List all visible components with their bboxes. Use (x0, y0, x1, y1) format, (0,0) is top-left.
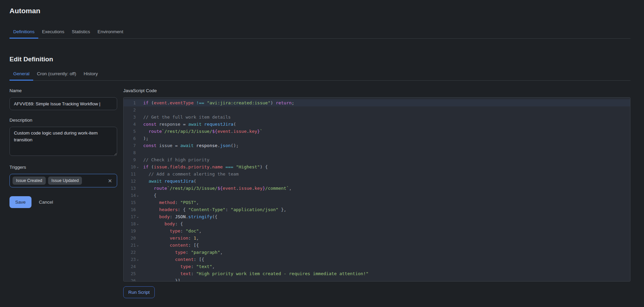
code-text: version: 1, (141, 234, 199, 242)
code-line[interactable]: 11 // Add a comment alerting the team (124, 170, 630, 178)
code-line[interactable]: 5 route`/rest/api/3/issue/${event.issue.… (124, 128, 630, 135)
clear-triggers-icon[interactable]: ✕ (107, 178, 113, 184)
fold-gutter (136, 156, 141, 163)
code-line[interactable]: 16 headers: { "Content-Type": "applicati… (124, 206, 630, 213)
line-number: 23 (124, 256, 136, 263)
code-line[interactable]: 9// Check if high priority (124, 156, 630, 163)
fold-chevron-icon[interactable]: ⌄ (136, 213, 141, 220)
code-text (141, 106, 143, 114)
fold-gutter (136, 234, 141, 242)
code-text: if (event.eventType !== "avi:jira:create… (141, 99, 294, 106)
fold-gutter (136, 149, 141, 156)
code-text: { (141, 192, 156, 199)
trigger-chip-list: Issue CreatedIssue Updated (13, 177, 84, 185)
line-number: 11 (124, 170, 136, 178)
line-number: 4 (124, 121, 136, 128)
tab-definitions[interactable]: Definitions (9, 26, 38, 39)
trigger-chip[interactable]: Issue Created (13, 177, 46, 185)
fold-chevron-icon[interactable]: ⌄ (136, 163, 141, 170)
line-number: 26 (124, 277, 136, 282)
code-line[interactable]: 12 await requestJira( (124, 178, 630, 185)
code-line[interactable]: 25 text: "High priority work item create… (124, 270, 630, 277)
code-line[interactable]: 7const issue = await response.json(); (124, 142, 630, 149)
code-text: method: "POST", (141, 199, 199, 206)
tab-statistics[interactable]: Statistics (68, 26, 94, 39)
code-text: type: "doc", (141, 227, 201, 234)
code-line[interactable]: 26 }] (124, 277, 630, 282)
fold-gutter (136, 128, 141, 135)
code-line[interactable]: 8 (124, 149, 630, 156)
trigger-chip[interactable]: Issue Updated (48, 177, 82, 185)
description-textarea[interactable]: Custom code logic used during work-item … (9, 127, 117, 156)
code-text: const issue = await response.json(); (141, 142, 239, 149)
triggers-multiselect[interactable]: Issue CreatedIssue Updated ✕ (9, 174, 117, 187)
code-line[interactable]: 2 (124, 106, 630, 114)
line-number: 16 (124, 206, 136, 213)
line-number: 10 (124, 163, 136, 170)
code-text: headers: { "Content-Type": "application/… (141, 206, 286, 213)
code-text: const response = await requestJira( (141, 121, 236, 128)
definition-tab-bar: GeneralCron (currently: off)History (9, 68, 630, 81)
code-text: // Add a comment alerting the team (141, 170, 239, 178)
fold-chevron-icon[interactable]: ⌄ (136, 220, 141, 227)
code-line[interactable]: 3// Get the full work item details (124, 114, 630, 121)
line-number: 5 (124, 128, 136, 135)
form-actions: Save Cancel (9, 196, 117, 208)
code-line[interactable]: 23⌄ content: [{ (124, 256, 630, 263)
fold-gutter (136, 199, 141, 206)
subtab-cron-currently-off[interactable]: Cron (currently: off) (33, 68, 80, 81)
edit-definition-form: Name Description Custom code logic used … (9, 88, 630, 298)
code-line[interactable]: 15 method: "POST", (124, 199, 630, 206)
code-line[interactable]: 13 route`/rest/api/3/issue/${event.issue… (124, 185, 630, 192)
run-script-button[interactable]: Run Script (123, 286, 155, 298)
fold-chevron-icon[interactable]: ⌄ (136, 256, 141, 263)
code-text: text: "High priority work item created -… (141, 270, 368, 277)
fold-gutter (136, 114, 141, 121)
line-number: 15 (124, 199, 136, 206)
line-number: 18 (124, 220, 136, 227)
code-text: content: [{ (141, 242, 199, 249)
subtab-history[interactable]: History (80, 68, 102, 81)
form-column: Name Description Custom code logic used … (9, 88, 117, 298)
code-text (141, 149, 143, 156)
code-line[interactable]: 1if (event.eventType !== "avi:jira:creat… (124, 99, 630, 106)
name-label: Name (9, 88, 117, 93)
cancel-button[interactable]: Cancel (36, 196, 57, 208)
code-line[interactable]: 20 version: 1, (124, 234, 630, 242)
fold-gutter (136, 99, 141, 106)
line-number: 14 (124, 192, 136, 199)
code-line[interactable]: 4const response = await requestJira( (124, 121, 630, 128)
subtab-general[interactable]: General (9, 68, 33, 81)
fold-chevron-icon[interactable]: ⌄ (136, 242, 141, 249)
app-title: Automan (9, 5, 630, 15)
code-line[interactable]: 22 type: "paragraph", (124, 249, 630, 256)
fold-gutter (136, 135, 141, 142)
code-editor[interactable]: 1if (event.eventType !== "avi:jira:creat… (123, 97, 630, 282)
page-title: Edit Definition (9, 56, 630, 63)
fold-chevron-icon[interactable]: ⌄ (136, 192, 141, 199)
javascript-code-label: JavaScript Code (123, 88, 630, 93)
code-line[interactable]: 14⌄ { (124, 192, 630, 199)
name-input[interactable] (9, 97, 117, 110)
code-line[interactable]: 10⌄if (issue.fields.priority.name === "H… (124, 163, 630, 170)
fold-gutter (136, 106, 141, 114)
code-text: if (issue.fields.priority.name === "High… (141, 163, 268, 170)
code-text: route`/rest/api/3/issue/${event.issue.ke… (141, 185, 292, 192)
line-number: 3 (124, 114, 136, 121)
code-line[interactable]: 18⌄ body: { (124, 220, 630, 227)
line-number: 7 (124, 142, 136, 149)
code-text: // Get the full work item details (141, 114, 231, 121)
tab-environment[interactable]: Environment (94, 26, 127, 39)
fold-gutter (136, 178, 141, 185)
code-line[interactable]: 21⌄ content: [{ (124, 242, 630, 249)
code-text: content: [{ (141, 256, 204, 263)
save-button[interactable]: Save (9, 196, 31, 208)
code-line[interactable]: 17⌄ body: JSON.stringify({ (124, 213, 630, 220)
fold-gutter (136, 249, 141, 256)
code-line[interactable]: 6); (124, 135, 630, 142)
code-text: ); (141, 135, 149, 142)
tab-executions[interactable]: Executions (38, 26, 68, 39)
code-line[interactable]: 19 type: "doc", (124, 227, 630, 234)
line-number: 22 (124, 249, 136, 256)
code-line[interactable]: 24 type: "text", (124, 263, 630, 270)
